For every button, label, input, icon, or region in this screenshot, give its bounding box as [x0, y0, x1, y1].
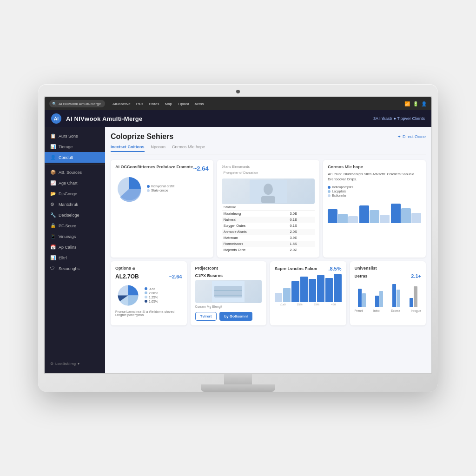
- nav-item-5[interactable]: TIplant: [178, 102, 189, 106]
- svg-rect-6: [214, 286, 242, 298]
- tab-nponan[interactable]: Nponan: [151, 145, 166, 152]
- scpre-bar-chart: [275, 274, 342, 302]
- options-legend-dot-3: [145, 296, 147, 298]
- sidebar-item-vinueags[interactable]: 📱 Vinueags: [45, 231, 105, 242]
- sidebar-item-condult[interactable]: 👤 Condult: [45, 152, 105, 163]
- nav-item-4[interactable]: Map: [165, 102, 172, 106]
- bar-2b: [370, 210, 379, 223]
- bar-3a: [391, 204, 401, 223]
- table-row: Rormelacors1.5S: [222, 241, 315, 247]
- sidebar-item-tierage[interactable]: 📊 Tierage: [45, 141, 105, 152]
- content-header: Coloprize Sehiers ✦ Direct Onine: [111, 132, 426, 141]
- sidebar-label-vinueags: Vinueags: [59, 234, 76, 239]
- sidebar-label-condult: Condult: [59, 155, 73, 160]
- tab-inectsct[interactable]: Inectsct Cnitions: [111, 145, 145, 152]
- sidebar-label-elltrl: Elltrl: [59, 256, 67, 260]
- sidebar-item-ab-sources[interactable]: 📦 AB. Sources: [45, 167, 105, 178]
- bar-col-1-bar-2: [362, 293, 366, 307]
- sidebar-icon-vinueags: 📱: [50, 234, 56, 239]
- direct-online-button[interactable]: ✦ Direct Onine: [397, 134, 426, 139]
- chart-label-1: c1a0: [275, 303, 291, 306]
- sidebar-item-pf-scure[interactable]: 🔒 PF-Scure: [45, 220, 105, 231]
- nav-item-6[interactable]: Actns: [195, 102, 204, 106]
- dashboard-grid-top: AI OCConsfittternes Probdaze Framnte ~2.…: [111, 160, 426, 258]
- options-legend-label-2: 2.00%: [149, 291, 158, 295]
- app-logo: AI: [51, 113, 61, 124]
- cnrmos-legend-item-1: Indleopompllrs: [328, 185, 421, 189]
- card-ai-oc-value: ~2.64: [193, 165, 209, 172]
- monitor-screen: 🔍 AI NIVwook Amulti-Merge AINoactive Plu…: [44, 96, 432, 374]
- nav-item-2[interactable]: Plus: [136, 102, 144, 106]
- bar-col-2-bar-1: [375, 296, 379, 307]
- options-legend: 00% 2.00% 1.25%: [145, 287, 158, 304]
- browser-search-bar[interactable]: 🔍 AI NIVwook Amulti-Merge: [49, 100, 105, 107]
- scpre-bar-3: [291, 281, 299, 302]
- bar-col-1-inner: [358, 289, 366, 307]
- reset-button[interactable]: Tvlrert: [195, 312, 217, 321]
- bar-col-1: [355, 289, 370, 307]
- sidebar-item-secuonghs[interactable]: 🛡 Secuonghs: [45, 263, 105, 274]
- bar-col-4-inner: [410, 286, 417, 307]
- card-ai-oc: AI OCConsfittternes Probdaze Framnte ~2.…: [111, 160, 213, 258]
- card-scpre-value: .8.5%: [328, 266, 341, 271]
- sidebar-item-mantchruk[interactable]: ⚙ Mantchruk: [45, 199, 105, 210]
- browser-bar: 🔍 AI NIVwook Amulti-Merge AINoactive Plu…: [45, 97, 431, 110]
- sidebar-label-ap-calins: Ap Calins: [59, 245, 77, 250]
- cnrmos-legend-dot-1: [328, 186, 331, 189]
- options-pie-svg: [115, 283, 141, 308]
- scpre-bar-5: [309, 279, 316, 302]
- sidebar-icon-deciseloge: 🔧: [50, 212, 56, 218]
- cnrmos-legend-item-3: Estionnlar: [328, 194, 421, 197]
- bar-3c: [411, 213, 421, 223]
- sidebar-item-deciseloge[interactable]: 🔧 Deciseloge: [45, 210, 105, 220]
- sidebar-icon-age-chart: 📈: [50, 180, 56, 185]
- bar-icon-label-2: Inivol: [373, 309, 380, 312]
- table-row: Maateleorg3.0E: [222, 211, 315, 217]
- bar-group-2: [359, 205, 390, 223]
- c1px-footer: Curram Mg Elengit: [195, 305, 262, 308]
- card-prdjectcont-c1px: Prdjectcont C1PX Busirns Curram Mg Eleng…: [191, 261, 267, 325]
- legend-label-2: Staie-cncoe: [151, 189, 168, 192]
- sidebar-bottom-settings[interactable]: ⚙ LootBsNirng ▾: [45, 358, 105, 370]
- nponan-image: [222, 178, 315, 204]
- bar-icon-label-4: Inrogue: [411, 309, 421, 312]
- monitor-shell: 🔍 AI NIVwook Amulti-Merge AINoactive Plu…: [38, 84, 438, 392]
- card-ai-oc-title: AI OCConsfittternes Probdaze Framnte: [115, 165, 193, 169]
- cnrmos-legend-item-2: Lacpptals: [328, 190, 421, 193]
- tab-bar: Inectsct Cnitions Nponan Cnrmos Mle hope: [111, 145, 426, 154]
- bar-col-1-bar-1: [358, 289, 362, 307]
- bar-1c: [348, 216, 358, 223]
- bar-group-1: [328, 209, 358, 223]
- table-row: Anmode Alsnts2.0S: [222, 229, 315, 235]
- monitor-stand-base: [201, 384, 275, 392]
- c1px-btn-row: Tvlrert by Gotissmni: [195, 312, 262, 321]
- scpre-bar-7: [325, 278, 333, 302]
- univenslist-bar-chart: [355, 282, 422, 307]
- tab-cnrmos[interactable]: Cnrmos Mle hope: [172, 145, 205, 152]
- options-legend-item-1: 00%: [145, 287, 158, 291]
- card-nponan-sub-label: i Pronpster of Darcation: [222, 171, 258, 175]
- sidebar-item-elltrl[interactable]: 📊 Elltrl: [45, 252, 105, 263]
- sidebar-label-tierage: Tierage: [59, 145, 73, 149]
- scpre-bar-4: [300, 277, 308, 302]
- sidebar-item-ap-calins[interactable]: 📅 Ap Calins: [45, 242, 105, 252]
- sidebar-item-aur-sons[interactable]: 📋 Aurs Sons: [45, 131, 105, 141]
- pie-chart-container: Indivydnal orsfilt Staie-cncoe: [115, 175, 209, 203]
- sidebar-icon-mantchruk: ⚙: [50, 202, 56, 207]
- settings-icon: ⚙: [50, 362, 53, 366]
- action-button[interactable]: by Gotissmni: [219, 312, 252, 321]
- nav-item-3[interactable]: Hsites: [149, 102, 159, 106]
- browser-nav: AINoactive Plus Hsites Map TIplant Actns: [112, 102, 204, 106]
- sidebar-item-djsgonge[interactable]: 📂 DjsGonge: [45, 188, 105, 199]
- sidebar-item-age-chart[interactable]: 📈 Age Chart: [45, 178, 105, 188]
- sidebar-label-deciseloge: Deciseloge: [59, 213, 79, 218]
- sidebar: 📋 Aurs Sons 📊 Tierage 👤 Condult 📦 AB. So…: [45, 127, 105, 373]
- sidebar-label-mantchruk: Mantchruk: [59, 202, 78, 207]
- sidebar-label-ab-sources: AB. Sources: [59, 170, 82, 175]
- bar-col-4-bar-1: [410, 298, 413, 307]
- cnrmos-bar-chart: [328, 200, 421, 223]
- scpre-bar-8: [334, 274, 341, 302]
- monitor-camera: [236, 90, 240, 93]
- card-scpre: Scpre Lvnctns Palion .8.5%: [270, 261, 346, 325]
- nav-item-1[interactable]: AINoactive: [112, 102, 131, 106]
